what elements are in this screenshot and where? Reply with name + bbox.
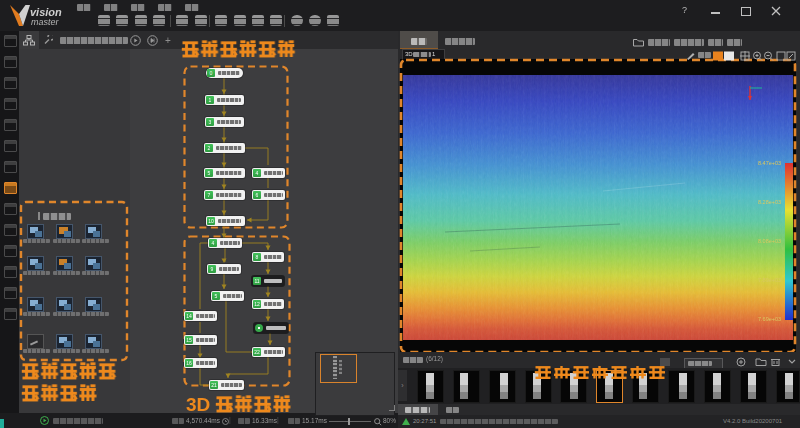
svg-text:master: master [31, 17, 60, 27]
